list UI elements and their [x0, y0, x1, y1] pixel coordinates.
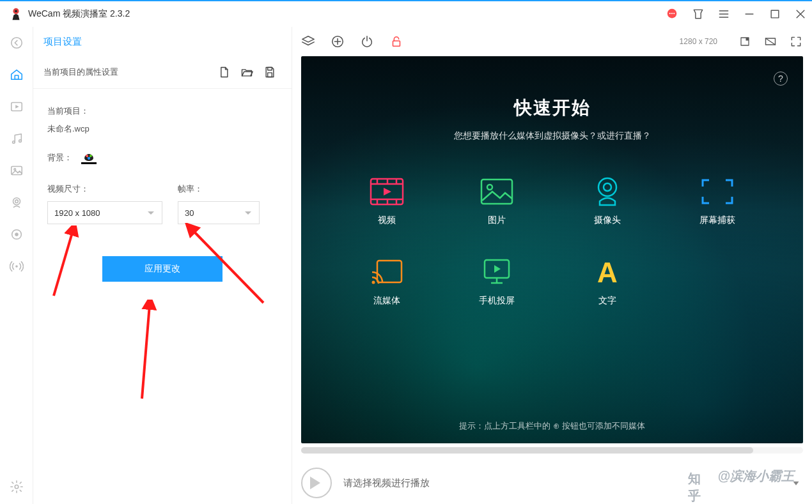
- quick-start-grid: 视频 图片 摄像头 屏幕捕获: [335, 178, 770, 307]
- sidebar: [0, 27, 33, 504]
- mobile-cast-icon: [480, 258, 514, 286]
- panel-subtitle: 当前项目的属性设置: [43, 66, 212, 78]
- quick-item-label: 流媒体: [373, 295, 400, 307]
- quick-item-camera[interactable]: 摄像头: [556, 178, 660, 226]
- svg-point-55: [604, 183, 611, 191]
- preview-canvas: ? 快速开始 您想要播放什么媒体到虚拟摄像头？或进行直播？ 视频 图片 摄像头: [301, 56, 803, 443]
- text-icon: A: [590, 258, 625, 286]
- sidebar-item-camera[interactable]: [10, 195, 24, 210]
- svg-marker-16: [15, 105, 19, 109]
- quick-item-screen[interactable]: 屏幕捕获: [666, 178, 770, 226]
- quick-item-image[interactable]: 图片: [445, 178, 549, 226]
- app-title: WeCam 视频演播室 2.3.2: [28, 8, 665, 20]
- main-toolbar: 1280 x 720: [292, 27, 812, 56]
- svg-line-41: [766, 38, 776, 45]
- horizontal-scrollbar[interactable]: [301, 447, 803, 454]
- quick-item-mobile[interactable]: 手机投屏: [445, 258, 549, 307]
- quick-item-label: 手机投屏: [479, 295, 515, 307]
- svg-point-17: [12, 141, 15, 144]
- player-placeholder: 请选择视频进行播放: [343, 477, 777, 489]
- aspect-icon[interactable]: [763, 34, 777, 49]
- minimize-button[interactable]: [743, 8, 756, 20]
- svg-point-22: [15, 200, 18, 203]
- sidebar-item-broadcast[interactable]: [10, 259, 24, 273]
- scrollbar-thumb[interactable]: [301, 447, 753, 454]
- play-button[interactable]: [301, 468, 332, 498]
- current-project-label: 当前项目：: [47, 106, 89, 116]
- background-label: 背景：: [47, 152, 72, 164]
- quick-item-video[interactable]: 视频: [335, 178, 439, 226]
- sidebar-item-music[interactable]: [10, 132, 24, 146]
- new-file-icon[interactable]: [212, 63, 235, 82]
- close-button[interactable]: [794, 8, 807, 20]
- apply-button[interactable]: 应用更改: [102, 256, 223, 282]
- svg-rect-27: [268, 68, 272, 70]
- menu-icon[interactable]: [717, 8, 730, 20]
- open-file-icon[interactable]: [235, 63, 258, 82]
- panel-body: 当前项目： 未命名.wcp 背景： 视频尺寸： 1920 x 1080 帧率： …: [33, 89, 292, 298]
- svg-point-26: [15, 485, 19, 489]
- sidebar-item-home[interactable]: [10, 68, 24, 82]
- svg-rect-14: [15, 75, 19, 79]
- svg-rect-56: [377, 261, 402, 282]
- fps-select[interactable]: 30: [178, 201, 260, 224]
- maximize-button[interactable]: [769, 8, 781, 20]
- main-area: 1280 x 720 ? 快速开始 您想要播放什么媒体到虚拟摄像头？或进行直播？…: [292, 27, 812, 504]
- panel-title: 项目设置: [33, 27, 292, 56]
- fullscreen-icon[interactable]: [789, 34, 803, 49]
- quick-item-label: 摄像头: [594, 215, 621, 226]
- fps-label: 帧率：: [178, 183, 277, 195]
- quick-item-label: 屏幕捕获: [699, 215, 735, 226]
- quick-item-label: 视频: [378, 215, 396, 226]
- player-dropdown-icon[interactable]: [789, 476, 803, 490]
- quick-start-subtitle: 您想要播放什么媒体到虚拟摄像头？或进行直播？: [301, 130, 803, 142]
- svg-point-24: [15, 233, 19, 236]
- unlock-icon[interactable]: [389, 34, 403, 49]
- save-file-icon[interactable]: [258, 63, 281, 82]
- video-size-select[interactable]: 1920 x 1080: [47, 201, 162, 224]
- back-icon[interactable]: [10, 36, 24, 50]
- svg-point-20: [13, 169, 15, 171]
- app-logo-icon: [9, 7, 23, 21]
- video-icon: [370, 178, 404, 206]
- screen-icon: [700, 178, 735, 206]
- video-size-label: 视频尺寸：: [47, 183, 162, 195]
- svg-rect-52: [481, 179, 512, 204]
- fit-icon[interactable]: [738, 34, 752, 49]
- settings-icon[interactable]: [10, 480, 24, 494]
- background-color-picker[interactable]: [81, 151, 97, 164]
- sidebar-item-image[interactable]: [10, 164, 24, 178]
- project-filename: 未命名.wcp: [47, 123, 277, 135]
- fps-value: 30: [185, 208, 194, 218]
- help-icon[interactable]: ?: [774, 72, 788, 86]
- quick-item-label: 文字: [598, 295, 616, 307]
- svg-line-31: [142, 305, 150, 399]
- titlebar-actions: [665, 7, 807, 21]
- sidebar-item-video[interactable]: [10, 100, 24, 114]
- quick-start-title: 快速开始: [301, 56, 803, 120]
- power-icon[interactable]: [360, 34, 374, 49]
- quick-item-text[interactable]: A 文字: [556, 258, 660, 307]
- svg-point-3: [669, 13, 671, 14]
- add-media-icon[interactable]: [331, 34, 345, 49]
- svg-point-13: [11, 38, 22, 49]
- video-size-value: 1920 x 1080: [54, 208, 100, 218]
- annotation-arrow: [129, 300, 168, 402]
- svg-point-21: [13, 198, 20, 205]
- svg-point-53: [487, 185, 492, 190]
- player-bar: 请选择视频进行播放: [301, 464, 803, 502]
- sidebar-item-record[interactable]: [10, 227, 24, 241]
- svg-marker-51: [384, 188, 391, 195]
- resolution-label: 1280 x 720: [680, 37, 717, 46]
- layers-icon[interactable]: [301, 34, 315, 49]
- svg-point-1: [15, 10, 17, 13]
- notification-icon[interactable]: [665, 7, 679, 21]
- theme-icon[interactable]: [692, 8, 705, 20]
- quick-item-stream[interactable]: 流媒体: [335, 258, 439, 307]
- quick-item-label: 图片: [488, 215, 506, 226]
- app-window: WeCam 视频演播室 2.3.2 项目设置 当: [0, 0, 812, 504]
- svg-point-18: [19, 140, 21, 142]
- svg-rect-37: [393, 41, 400, 46]
- svg-rect-39: [746, 38, 749, 41]
- svg-text:A: A: [597, 258, 618, 286]
